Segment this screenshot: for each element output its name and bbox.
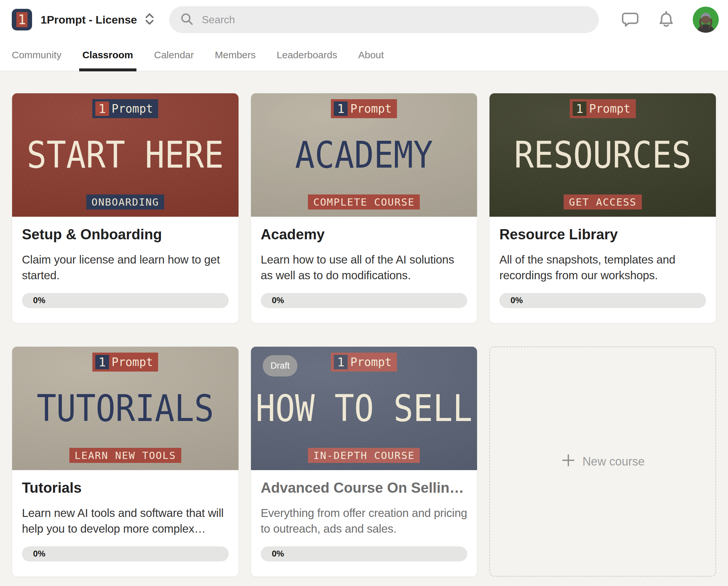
banner-logo-name: Prompt (589, 103, 630, 115)
banner-logo-number: 1 (95, 101, 109, 116)
banner-headline: TUTORIALS (37, 390, 214, 427)
banner-logo-name: Prompt (350, 103, 392, 115)
tab-leaderboards[interactable]: Leaderboards (277, 39, 337, 71)
banner-logo-badge: 1 Prompt (92, 352, 158, 371)
banner-tag: LEARN NEW TOOLS (69, 448, 181, 463)
banner-logo-number: 1 (334, 101, 348, 116)
course-card-body: Academy Learn how to use all of the AI s… (251, 217, 477, 323)
progress-bar: 0% (22, 293, 229, 308)
new-course-button[interactable]: New course (489, 346, 716, 577)
banner-logo-name: Prompt (350, 357, 392, 368)
banner-logo-name: Prompt (111, 103, 153, 115)
course-title: Tutorials (22, 479, 229, 497)
course-description: Learn new AI tools and software that wil… (22, 505, 229, 537)
user-avatar[interactable] (693, 6, 719, 33)
course-description: All of the snapshots, templates and reco… (499, 252, 706, 283)
banner-logo-number: 1 (95, 355, 109, 369)
draft-badge: Draft (263, 355, 298, 376)
community-logo[interactable]: 1 (12, 9, 32, 30)
plus-icon (561, 453, 576, 471)
course-title: Academy (261, 226, 468, 243)
course-card-tutorials[interactable]: 1 Prompt TUTORIALS LEARN NEW TOOLS Tutor… (12, 346, 239, 577)
tab-classroom[interactable]: Classroom (82, 39, 133, 71)
progress-label: 0% (499, 295, 523, 306)
course-banner: 1 Prompt TUTORIALS LEARN NEW TOOLS (12, 347, 238, 470)
banner-logo-badge: 1 Prompt (331, 99, 397, 118)
community-switcher-button[interactable] (144, 12, 155, 27)
banner-tag: COMPLETE COURSE (308, 194, 420, 210)
progress-bar: 0% (499, 293, 706, 308)
new-course-label: New course (582, 455, 645, 468)
tab-calendar[interactable]: Calendar (154, 39, 194, 71)
community-title: 1Prompt - License (41, 14, 137, 26)
tab-community[interactable]: Community (12, 39, 61, 71)
banner-logo-badge: 1 Prompt (92, 99, 158, 118)
progress-label: 0% (261, 295, 284, 306)
progress-label: 0% (22, 295, 46, 306)
progress-bar: 0% (261, 293, 468, 308)
course-description: Learn how to use all of the AI solutions… (261, 252, 468, 283)
course-description: Everything from offer creation and prici… (261, 505, 468, 537)
banner-logo-badge: 1 Prompt (570, 99, 635, 118)
banner-logo-number: 1 (573, 101, 586, 116)
banner-headline: ACADEMY (295, 137, 433, 173)
tab-members[interactable]: Members (215, 39, 256, 71)
course-card-academy[interactable]: 1 Prompt ACADEMY COMPLETE COURSE Academy… (251, 93, 478, 323)
community-logo-number: 1 (16, 12, 27, 27)
course-card-body: Setup & Onboarding Claim your license an… (12, 217, 238, 323)
banner-headline: START HERE (27, 137, 224, 173)
progress-label: 0% (261, 549, 284, 559)
search-icon (180, 12, 194, 27)
banner-headline: RESOURCES (514, 137, 691, 173)
chevron-up-down-icon (144, 12, 155, 27)
progress-bar: 0% (22, 546, 229, 561)
nav-tabs: Community Classroom Calendar Members Lea… (0, 39, 728, 71)
course-card-body: Tutorials Learn new AI tools and softwar… (12, 470, 238, 577)
course-card-body: Resource Library All of the snapshots, t… (490, 217, 716, 323)
search-bar[interactable] (169, 6, 599, 33)
banner-tag: IN-DEPTH COURSE (308, 448, 420, 463)
course-card-setup-onboarding[interactable]: 1 Prompt START HERE ONBOARDING Setup & O… (12, 93, 239, 323)
chat-button[interactable] (621, 9, 640, 30)
search-input[interactable] (201, 14, 588, 26)
course-banner: Draft 1 Prompt HOW TO SELL IN-DEPTH COUR… (251, 347, 477, 470)
course-banner: 1 Prompt ACADEMY COMPLETE COURSE (251, 93, 477, 217)
banner-logo-number: 1 (334, 355, 348, 369)
bell-icon (657, 9, 676, 30)
progress-label: 0% (22, 549, 46, 559)
course-title: Resource Library (499, 226, 706, 243)
course-title: Setup & Onboarding (22, 226, 229, 243)
banner-tag: ONBOARDING (86, 194, 164, 210)
course-card-body: Advanced Course On Selling AI (H… Everyt… (251, 470, 477, 577)
course-title: Advanced Course On Selling AI (H… (261, 479, 468, 497)
course-banner: 1 Prompt START HERE ONBOARDING (12, 93, 238, 217)
tab-about[interactable]: About (358, 39, 384, 71)
course-description: Claim your license and learn how to get … (22, 252, 229, 283)
course-card-resource-library[interactable]: 1 Prompt RESOURCES GET ACCESS Resource L… (489, 93, 716, 323)
chat-bubble-icon (621, 9, 640, 30)
course-card-advanced-selling[interactable]: Draft 1 Prompt HOW TO SELL IN-DEPTH COUR… (251, 346, 478, 577)
notifications-button[interactable] (657, 9, 676, 30)
banner-logo-name: Prompt (111, 357, 153, 368)
banner-tag: GET ACCESS (564, 194, 642, 210)
progress-bar: 0% (261, 546, 468, 561)
course-grid: 1 Prompt START HERE ONBOARDING Setup & O… (0, 71, 728, 577)
banner-headline: HOW TO SELL (256, 390, 472, 427)
top-bar: 1 1Prompt - License (0, 0, 728, 39)
course-banner: 1 Prompt RESOURCES GET ACCESS (490, 93, 716, 217)
banner-logo-badge: 1 Prompt (331, 352, 397, 371)
